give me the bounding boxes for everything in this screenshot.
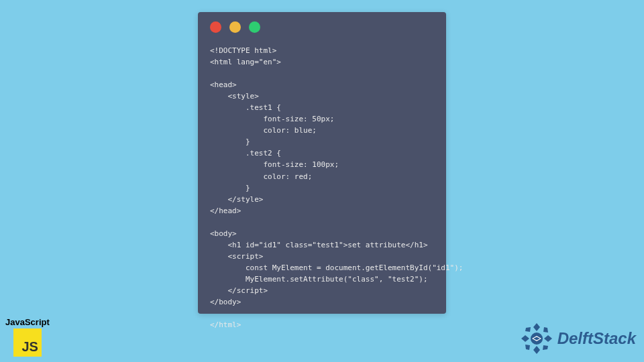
- code-block: <!DOCTYPE html> <html lang="en"> <head> …: [210, 45, 434, 330]
- javascript-label: JavaScript: [5, 317, 50, 327]
- svg-marker-2: [533, 346, 540, 354]
- svg-marker-7: [525, 327, 531, 332]
- minimize-icon: [229, 21, 241, 33]
- svg-marker-3: [521, 335, 529, 342]
- delftstack-brand: DelftStack: [520, 322, 636, 355]
- code-window: <!DOCTYPE html> <html lang="en"> <head> …: [198, 12, 446, 314]
- javascript-badge: JavaScript JS: [5, 317, 50, 357]
- window-buttons: [210, 21, 434, 33]
- delftstack-logo-icon: [520, 322, 553, 355]
- svg-marker-6: [525, 345, 530, 350]
- maximize-icon: [249, 21, 260, 33]
- svg-marker-5: [543, 345, 548, 350]
- close-icon: [210, 21, 221, 33]
- svg-marker-4: [543, 327, 548, 333]
- svg-marker-0: [533, 323, 540, 331]
- javascript-logo-text: JS: [21, 339, 38, 355]
- javascript-logo-icon: JS: [13, 328, 42, 357]
- svg-marker-1: [544, 335, 552, 342]
- delftstack-text: DelftStack: [557, 329, 636, 348]
